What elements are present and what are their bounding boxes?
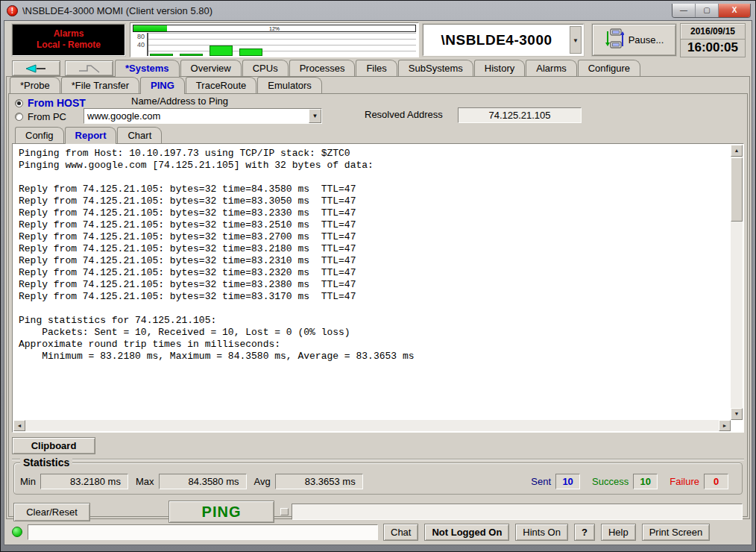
alarms-indicator-line1: Alarms bbox=[13, 28, 125, 40]
pause-refresh-icon bbox=[605, 28, 624, 51]
ping-report-area: Pinging from Host: 10.10.197.73 using TC… bbox=[12, 143, 744, 433]
from-pc-label: From PC bbox=[28, 111, 66, 122]
address-combobox[interactable]: ▼ bbox=[84, 108, 322, 124]
chat-button[interactable]: Chat bbox=[383, 524, 418, 541]
tab-report[interactable]: Report bbox=[65, 127, 117, 144]
tab-subsystems[interactable]: SubSystems bbox=[398, 60, 473, 76]
tab-processes[interactable]: Processes bbox=[289, 60, 356, 76]
sent-label: Sent bbox=[531, 476, 551, 487]
resolved-address-label: Resolved Address bbox=[365, 109, 443, 120]
systems-tab-strip: *Probe*File TransferPINGTraceRouteEmulat… bbox=[8, 77, 748, 93]
from-host-label: From HOST bbox=[28, 97, 86, 109]
tab-traceroute[interactable]: TraceRoute bbox=[186, 77, 256, 93]
cpu-history-bars bbox=[150, 46, 262, 56]
address-to-ping-label: Name/Address to Ping bbox=[131, 95, 228, 107]
vertical-scrollbar[interactable]: ▲ ▼ bbox=[731, 145, 743, 420]
waveform-icon bbox=[78, 63, 101, 74]
clear-reset-button[interactable]: Clear/Reset bbox=[13, 503, 90, 521]
ping-header: From HOST From PC Name/Address to Ping ▼… bbox=[12, 95, 744, 127]
quick-help-button[interactable]: ? bbox=[574, 524, 595, 541]
scroll-tabs-button[interactable] bbox=[12, 60, 60, 76]
scroll-left-icon[interactable]: ◄ bbox=[13, 420, 25, 431]
pause-button[interactable]: Pause... bbox=[592, 24, 676, 56]
ping-option-checkbox[interactable] bbox=[280, 508, 289, 515]
memory-progress-bar: 12% bbox=[133, 25, 416, 32]
section-divider bbox=[12, 459, 744, 460]
clipboard-button[interactable]: Clipboard bbox=[12, 437, 95, 454]
connection-status-icon bbox=[12, 527, 22, 537]
max-label: Max bbox=[136, 476, 154, 487]
address-input[interactable] bbox=[84, 109, 309, 123]
app-body: Alarms Local - Remote 12% 80 40 bbox=[4, 20, 752, 545]
scroll-up-icon[interactable]: ▲ bbox=[731, 145, 743, 157]
help-button[interactable]: Help bbox=[601, 524, 636, 541]
status-bar: ChatNot Logged OnHints On?HelpPrint Scre… bbox=[6, 522, 750, 542]
current-date: 2016/09/15 bbox=[681, 24, 745, 40]
momi-alert-icon: ! bbox=[7, 5, 18, 16]
momi-window: ! \NSBLDE4-3000 MOMI (Client version 5.8… bbox=[0, 0, 756, 552]
ping-button[interactable]: PING bbox=[168, 501, 274, 523]
address-dropdown-icon[interactable]: ▼ bbox=[309, 109, 321, 123]
ping-report-text: Pinging from Host: 10.10.197.73 using TC… bbox=[13, 144, 730, 410]
scroll-right-icon[interactable]: ► bbox=[719, 420, 731, 431]
from-pc-radio[interactable] bbox=[15, 113, 23, 121]
tab-alarms[interactable]: Alarms bbox=[526, 60, 576, 76]
tab-config[interactable]: Config bbox=[15, 127, 64, 143]
alarms-indicator[interactable]: Alarms Local - Remote bbox=[12, 24, 125, 56]
action-row: Clear/Reset PING bbox=[12, 501, 744, 523]
main-tab-strip: *SystemsOverviewCPUsProcessesFilesSubSys… bbox=[4, 60, 752, 76]
horizontal-scrollbar[interactable]: ◄ ► bbox=[13, 420, 731, 431]
title-bar[interactable]: ! \NSBLDE4-3000 MOMI (Client version 5.8… bbox=[1, 1, 755, 20]
minimize-button[interactable]: — bbox=[672, 4, 696, 17]
tab-file-transfer[interactable]: *File Transfer bbox=[61, 77, 139, 93]
window-title: \NSBLDE4-3000 MOMI (Client version 5.80) bbox=[22, 5, 672, 16]
tab-emulators[interactable]: Emulators bbox=[257, 77, 322, 93]
ping-progress-bar bbox=[292, 504, 743, 520]
tab-files[interactable]: Files bbox=[356, 60, 397, 76]
from-host-radio[interactable] bbox=[15, 99, 23, 107]
back-triangle-icon bbox=[25, 64, 48, 73]
tab-cpus[interactable]: CPUs bbox=[242, 60, 289, 76]
pause-button-label: Pause... bbox=[629, 34, 664, 46]
system-selector-dropdown-icon[interactable]: ▼ bbox=[570, 26, 582, 54]
scroll-down-icon[interactable]: ▼ bbox=[731, 408, 743, 420]
memory-progress-label: 12% bbox=[133, 25, 415, 32]
tab-systems[interactable]: *Systems bbox=[115, 60, 180, 77]
sent-value: 10 bbox=[555, 474, 580, 489]
resolved-address-value: 74.125.21.105 bbox=[458, 107, 582, 123]
tab-ping[interactable]: PING bbox=[140, 77, 185, 94]
ping-panel: From HOST From PC Name/Address to Ping ▼… bbox=[8, 93, 748, 517]
alarms-indicator-line2: Local - Remote bbox=[13, 40, 125, 51]
vertical-scroll-thumb[interactable] bbox=[731, 157, 743, 222]
success-label: Success bbox=[592, 476, 629, 487]
system-mini-chart[interactable]: 12% 80 40 bbox=[130, 22, 419, 57]
trend-window-button[interactable] bbox=[65, 60, 113, 76]
failure-label: Failure bbox=[670, 476, 699, 487]
statistics-group: Statistics Min 83.2180 ms Max 84.3580 ms… bbox=[13, 462, 743, 495]
status-message-field[interactable] bbox=[28, 524, 378, 540]
failure-value: 0 bbox=[704, 474, 728, 489]
tab-overview[interactable]: Overview bbox=[180, 60, 242, 76]
logon-button[interactable]: Not Logged On bbox=[424, 524, 509, 541]
avg-value: 83.3653 ms bbox=[275, 474, 363, 489]
max-value: 84.3580 ms bbox=[159, 474, 247, 489]
restore-button[interactable]: ▢ bbox=[696, 4, 719, 17]
tab-configure[interactable]: Configure bbox=[578, 60, 640, 76]
close-button[interactable]: X bbox=[719, 4, 750, 17]
datetime-panel: 2016/09/15 16:00:05 bbox=[680, 23, 746, 57]
tab-chart[interactable]: Chart bbox=[117, 127, 162, 143]
tab-probe[interactable]: *Probe bbox=[10, 77, 60, 93]
system-selector[interactable]: \NSBLDE4-3000 ▼ bbox=[423, 24, 584, 56]
toolbar: Alarms Local - Remote 12% 80 40 bbox=[4, 21, 752, 60]
cpu-busy-plot bbox=[147, 33, 416, 56]
tab-history[interactable]: History bbox=[474, 60, 525, 76]
avg-label: Avg bbox=[254, 476, 271, 487]
systems-panel: *Probe*File TransferPINGTraceRouteEmulat… bbox=[6, 76, 750, 519]
cpu-axis-tick-80: 80 bbox=[133, 33, 145, 41]
status-message-input[interactable] bbox=[28, 525, 377, 539]
min-label: Min bbox=[20, 476, 36, 487]
statistics-group-label: Statistics bbox=[20, 457, 72, 468]
system-selector-value: \NSBLDE4-3000 bbox=[423, 32, 570, 48]
hints-button[interactable]: Hints On bbox=[515, 524, 568, 541]
print-screen-button[interactable]: Print Screen bbox=[642, 524, 711, 541]
